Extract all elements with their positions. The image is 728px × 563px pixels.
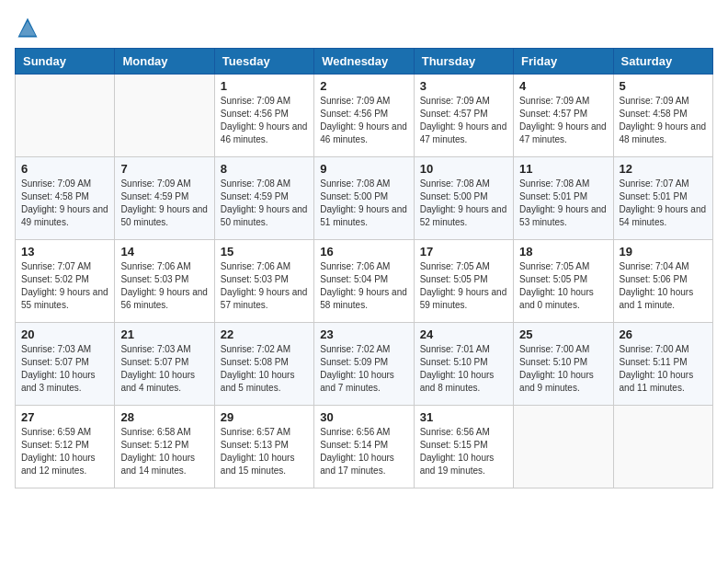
calendar-cell: 7Sunrise: 7:09 AMSunset: 4:59 PMDaylight… xyxy=(115,157,214,240)
calendar-table: SundayMondayTuesdayWednesdayThursdayFrid… xyxy=(15,48,713,488)
day-number: 3 xyxy=(420,79,507,93)
day-info: Sunrise: 7:08 AMSunset: 5:01 PMDaylight:… xyxy=(519,178,607,229)
day-number: 23 xyxy=(320,327,407,341)
day-info: Sunrise: 7:09 AMSunset: 4:58 PMDaylight:… xyxy=(21,178,108,229)
day-number: 12 xyxy=(620,162,707,176)
calendar-cell: 26Sunrise: 7:00 AMSunset: 5:11 PMDayligh… xyxy=(613,323,712,406)
day-number: 7 xyxy=(120,162,208,176)
calendar-cell: 23Sunrise: 7:02 AMSunset: 5:09 PMDayligh… xyxy=(314,323,414,406)
day-number: 31 xyxy=(420,410,507,424)
day-number: 16 xyxy=(320,245,407,259)
day-info: Sunrise: 7:06 AMSunset: 5:04 PMDaylight:… xyxy=(320,260,407,312)
page-header xyxy=(15,15,713,40)
logo xyxy=(15,15,44,40)
calendar-cell: 5Sunrise: 7:09 AMSunset: 4:58 PMDaylight… xyxy=(613,75,712,157)
day-info: Sunrise: 7:02 AMSunset: 5:08 PMDaylight:… xyxy=(221,343,308,395)
calendar-cell: 11Sunrise: 7:08 AMSunset: 5:01 PMDayligh… xyxy=(514,157,613,240)
day-info: Sunrise: 7:09 AMSunset: 4:56 PMDaylight:… xyxy=(320,95,407,146)
day-info: Sunrise: 7:05 AMSunset: 5:05 PMDaylight:… xyxy=(420,260,507,312)
calendar-cell: 10Sunrise: 7:08 AMSunset: 5:00 PMDayligh… xyxy=(414,157,513,240)
weekday-header-row: SundayMondayTuesdayWednesdayThursdayFrid… xyxy=(16,49,713,75)
day-number: 19 xyxy=(620,245,707,259)
day-info: Sunrise: 7:09 AMSunset: 4:59 PMDaylight:… xyxy=(120,178,208,229)
calendar-cell: 20Sunrise: 7:03 AMSunset: 5:07 PMDayligh… xyxy=(16,323,115,406)
calendar-cell: 27Sunrise: 6:59 AMSunset: 5:12 PMDayligh… xyxy=(16,406,115,488)
day-info: Sunrise: 6:56 AMSunset: 5:15 PMDaylight:… xyxy=(420,426,507,477)
day-number: 24 xyxy=(420,327,507,341)
calendar-cell: 15Sunrise: 7:06 AMSunset: 5:03 PMDayligh… xyxy=(214,240,313,323)
day-number: 13 xyxy=(21,245,108,259)
day-number: 17 xyxy=(420,245,507,259)
calendar-cell: 22Sunrise: 7:02 AMSunset: 5:08 PMDayligh… xyxy=(214,323,313,406)
day-info: Sunrise: 7:04 AMSunset: 5:06 PMDaylight:… xyxy=(620,260,707,312)
day-number: 26 xyxy=(620,327,707,341)
day-info: Sunrise: 7:05 AMSunset: 5:05 PMDaylight:… xyxy=(519,260,607,312)
day-info: Sunrise: 7:02 AMSunset: 5:09 PMDaylight:… xyxy=(320,343,407,395)
calendar-cell: 28Sunrise: 6:58 AMSunset: 5:12 PMDayligh… xyxy=(115,406,214,488)
day-number: 21 xyxy=(120,327,208,341)
weekday-header-saturday: Saturday xyxy=(613,49,712,75)
day-info: Sunrise: 7:07 AMSunset: 5:01 PMDaylight:… xyxy=(620,178,707,229)
day-info: Sunrise: 7:03 AMSunset: 5:07 PMDaylight:… xyxy=(120,343,208,395)
day-number: 28 xyxy=(120,410,208,424)
calendar-cell: 4Sunrise: 7:09 AMSunset: 4:57 PMDaylight… xyxy=(514,75,613,157)
calendar-cell: 25Sunrise: 7:00 AMSunset: 5:10 PMDayligh… xyxy=(514,323,613,406)
calendar-cell: 6Sunrise: 7:09 AMSunset: 4:58 PMDaylight… xyxy=(16,157,115,240)
day-number: 14 xyxy=(120,245,208,259)
day-number: 1 xyxy=(221,79,308,93)
calendar-cell: 2Sunrise: 7:09 AMSunset: 4:56 PMDaylight… xyxy=(314,75,414,157)
calendar-cell: 16Sunrise: 7:06 AMSunset: 5:04 PMDayligh… xyxy=(314,240,414,323)
day-number: 20 xyxy=(21,327,108,341)
day-number: 5 xyxy=(620,79,707,93)
weekday-header-thursday: Thursday xyxy=(414,49,513,75)
calendar-cell: 19Sunrise: 7:04 AMSunset: 5:06 PMDayligh… xyxy=(613,240,712,323)
day-number: 22 xyxy=(221,327,308,341)
day-info: Sunrise: 7:09 AMSunset: 4:57 PMDaylight:… xyxy=(519,95,607,146)
calendar-cell: 9Sunrise: 7:08 AMSunset: 5:00 PMDaylight… xyxy=(314,157,414,240)
day-info: Sunrise: 7:08 AMSunset: 5:00 PMDaylight:… xyxy=(320,178,407,229)
day-number: 8 xyxy=(221,162,308,176)
day-number: 10 xyxy=(420,162,507,176)
calendar-cell: 29Sunrise: 6:57 AMSunset: 5:13 PMDayligh… xyxy=(214,406,313,488)
day-info: Sunrise: 7:08 AMSunset: 5:00 PMDaylight:… xyxy=(420,178,507,229)
calendar-cell xyxy=(514,406,613,488)
day-info: Sunrise: 7:08 AMSunset: 4:59 PMDaylight:… xyxy=(221,178,308,229)
calendar-cell: 31Sunrise: 6:56 AMSunset: 5:15 PMDayligh… xyxy=(414,406,513,488)
svg-marker-1 xyxy=(19,21,36,36)
day-number: 2 xyxy=(320,79,407,93)
day-number: 15 xyxy=(221,245,308,259)
day-info: Sunrise: 7:07 AMSunset: 5:02 PMDaylight:… xyxy=(21,260,108,312)
weekday-header-wednesday: Wednesday xyxy=(314,49,414,75)
day-number: 11 xyxy=(519,162,607,176)
day-number: 27 xyxy=(21,410,108,424)
week-row-3: 13Sunrise: 7:07 AMSunset: 5:02 PMDayligh… xyxy=(16,240,713,323)
day-number: 25 xyxy=(519,327,607,341)
day-info: Sunrise: 7:09 AMSunset: 4:56 PMDaylight:… xyxy=(221,95,308,146)
calendar-cell: 18Sunrise: 7:05 AMSunset: 5:05 PMDayligh… xyxy=(514,240,613,323)
day-number: 4 xyxy=(519,79,607,93)
calendar-cell: 14Sunrise: 7:06 AMSunset: 5:03 PMDayligh… xyxy=(115,240,214,323)
day-info: Sunrise: 6:59 AMSunset: 5:12 PMDaylight:… xyxy=(21,426,108,477)
day-info: Sunrise: 7:09 AMSunset: 4:58 PMDaylight:… xyxy=(620,95,707,146)
calendar-cell: 12Sunrise: 7:07 AMSunset: 5:01 PMDayligh… xyxy=(613,157,712,240)
week-row-2: 6Sunrise: 7:09 AMSunset: 4:58 PMDaylight… xyxy=(16,157,713,240)
day-info: Sunrise: 7:00 AMSunset: 5:10 PMDaylight:… xyxy=(519,343,607,395)
calendar-cell: 30Sunrise: 6:56 AMSunset: 5:14 PMDayligh… xyxy=(314,406,414,488)
day-info: Sunrise: 7:00 AMSunset: 5:11 PMDaylight:… xyxy=(620,343,707,395)
weekday-header-monday: Monday xyxy=(115,49,214,75)
day-info: Sunrise: 7:09 AMSunset: 4:57 PMDaylight:… xyxy=(420,95,507,146)
day-info: Sunrise: 6:57 AMSunset: 5:13 PMDaylight:… xyxy=(221,426,308,477)
calendar-cell: 24Sunrise: 7:01 AMSunset: 5:10 PMDayligh… xyxy=(414,323,513,406)
day-number: 29 xyxy=(221,410,308,424)
week-row-5: 27Sunrise: 6:59 AMSunset: 5:12 PMDayligh… xyxy=(16,406,713,488)
day-info: Sunrise: 6:58 AMSunset: 5:12 PMDaylight:… xyxy=(120,426,208,477)
weekday-header-tuesday: Tuesday xyxy=(214,49,313,75)
calendar-cell: 8Sunrise: 7:08 AMSunset: 4:59 PMDaylight… xyxy=(214,157,313,240)
calendar-cell: 13Sunrise: 7:07 AMSunset: 5:02 PMDayligh… xyxy=(16,240,115,323)
calendar-cell: 21Sunrise: 7:03 AMSunset: 5:07 PMDayligh… xyxy=(115,323,214,406)
day-number: 6 xyxy=(21,162,108,176)
calendar-cell: 17Sunrise: 7:05 AMSunset: 5:05 PMDayligh… xyxy=(414,240,513,323)
day-number: 9 xyxy=(320,162,407,176)
day-info: Sunrise: 7:06 AMSunset: 5:03 PMDaylight:… xyxy=(221,260,308,312)
week-row-4: 20Sunrise: 7:03 AMSunset: 5:07 PMDayligh… xyxy=(16,323,713,406)
